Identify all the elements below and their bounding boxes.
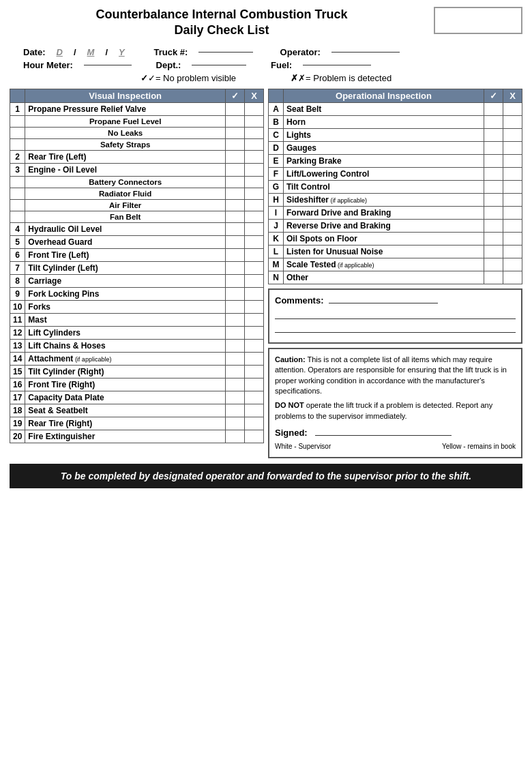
- vi-x-cell[interactable]: [245, 261, 264, 274]
- vi-x-cell[interactable]: [245, 378, 264, 391]
- hour-meter-field[interactable]: [84, 65, 132, 65]
- oi-x-cell[interactable]: [503, 102, 522, 115]
- vi-row-name: Mast: [25, 313, 226, 326]
- vi-x-cell[interactable]: [245, 287, 264, 300]
- oi-x-cell[interactable]: [503, 154, 522, 167]
- vi-check-cell[interactable]: [226, 339, 245, 352]
- oi-check-cell[interactable]: [484, 102, 503, 115]
- vi-x-cell[interactable]: [245, 222, 264, 235]
- vi-check-cell[interactable]: [226, 274, 245, 287]
- oi-x-cell[interactable]: [503, 206, 522, 219]
- vi-row: 2Rear Tire (Left): [10, 150, 264, 163]
- oi-x-cell[interactable]: [503, 258, 522, 271]
- oi-x-cell[interactable]: [503, 141, 522, 154]
- vi-check-cell[interactable]: [226, 378, 245, 391]
- oi-check-cell[interactable]: [484, 206, 503, 219]
- vi-row-num: 8: [10, 274, 25, 287]
- vi-check-cell[interactable]: [226, 300, 245, 313]
- vi-check-cell[interactable]: [226, 235, 245, 248]
- vi-row: 8Carriage: [10, 274, 264, 287]
- oi-row-name: Reverse Drive and Braking: [284, 219, 484, 232]
- vi-check-cell[interactable]: [226, 326, 245, 339]
- vi-check-cell[interactable]: [226, 102, 245, 115]
- vi-check-cell[interactable]: [226, 138, 245, 150]
- vi-x-cell[interactable]: [245, 430, 264, 443]
- vi-check-cell[interactable]: [226, 417, 245, 430]
- vi-row: Propane Fuel Level: [10, 115, 264, 127]
- vi-x-cell[interactable]: [245, 115, 264, 127]
- oi-check-cell[interactable]: [484, 193, 503, 206]
- oi-check-cell[interactable]: [484, 167, 503, 180]
- vi-check-cell[interactable]: [226, 313, 245, 326]
- vi-check-cell[interactable]: [226, 404, 245, 417]
- vi-x-cell[interactable]: [245, 352, 264, 365]
- oi-row-name: Parking Brake: [284, 154, 484, 167]
- vi-check-cell[interactable]: [226, 248, 245, 261]
- oi-check-cell[interactable]: [484, 115, 503, 128]
- vi-x-cell[interactable]: [245, 365, 264, 378]
- signed-field[interactable]: [315, 435, 452, 436]
- truck-field[interactable]: [198, 52, 253, 53]
- vi-x-cell[interactable]: [245, 188, 264, 199]
- vi-check-cell[interactable]: [226, 150, 245, 163]
- comments-line-2[interactable]: [275, 323, 516, 333]
- vi-check-cell[interactable]: [226, 352, 245, 365]
- vi-check-cell[interactable]: [226, 199, 245, 211]
- oi-check-cell[interactable]: [484, 219, 503, 232]
- oi-check-cell[interactable]: [484, 258, 503, 271]
- oi-check-cell[interactable]: [484, 232, 503, 245]
- vi-check-cell[interactable]: [226, 261, 245, 274]
- vi-check-cell[interactable]: [226, 430, 245, 443]
- vi-x-cell[interactable]: [245, 339, 264, 352]
- dept-field[interactable]: [192, 65, 246, 65]
- oi-x-cell[interactable]: [503, 219, 522, 232]
- oi-check-cell[interactable]: [484, 141, 503, 154]
- vi-x-cell[interactable]: [245, 235, 264, 248]
- oi-title: Operational Inspection: [284, 89, 484, 102]
- vi-x-cell[interactable]: [245, 391, 264, 404]
- oi-x-cell[interactable]: [503, 193, 522, 206]
- oi-check-cell[interactable]: [484, 271, 503, 284]
- vi-x-cell[interactable]: [245, 417, 264, 430]
- vi-x-cell[interactable]: [245, 248, 264, 261]
- vi-check-cell[interactable]: [226, 211, 245, 222]
- oi-x-cell[interactable]: [503, 271, 522, 284]
- oi-check-cell[interactable]: [484, 180, 503, 193]
- operator-field[interactable]: [331, 52, 400, 53]
- vi-x-cell[interactable]: [245, 404, 264, 417]
- vi-check-cell[interactable]: [226, 163, 245, 176]
- fuel-field[interactable]: [303, 65, 371, 65]
- vi-x-cell[interactable]: [245, 199, 264, 211]
- vi-row-num: [10, 127, 25, 138]
- vi-x-cell[interactable]: [245, 211, 264, 222]
- oi-check-cell[interactable]: [484, 154, 503, 167]
- vi-check-cell[interactable]: [226, 127, 245, 138]
- vi-check-cell[interactable]: [226, 115, 245, 127]
- vi-x-cell[interactable]: [245, 176, 264, 188]
- oi-x-cell[interactable]: [503, 167, 522, 180]
- vi-check-cell[interactable]: [226, 391, 245, 404]
- vi-x-cell[interactable]: [245, 326, 264, 339]
- vi-check-cell[interactable]: [226, 365, 245, 378]
- oi-check-cell[interactable]: [484, 245, 503, 258]
- vi-check-cell[interactable]: [226, 287, 245, 300]
- oi-check-cell[interactable]: [484, 128, 503, 141]
- comments-line-1[interactable]: [275, 310, 516, 319]
- vi-x-cell[interactable]: [245, 138, 264, 150]
- vi-check-cell[interactable]: [226, 188, 245, 199]
- yellow-copy: Yellow - remains in book: [442, 442, 516, 451]
- oi-x-cell[interactable]: [503, 180, 522, 193]
- oi-x-cell[interactable]: [503, 128, 522, 141]
- vi-x-cell[interactable]: [245, 102, 264, 115]
- vi-x-cell[interactable]: [245, 313, 264, 326]
- oi-x-cell[interactable]: [503, 245, 522, 258]
- vi-x-cell[interactable]: [245, 127, 264, 138]
- vi-x-cell[interactable]: [245, 274, 264, 287]
- vi-x-cell[interactable]: [245, 300, 264, 313]
- vi-x-cell[interactable]: [245, 150, 264, 163]
- vi-x-cell[interactable]: [245, 163, 264, 176]
- oi-x-cell[interactable]: [503, 232, 522, 245]
- vi-check-cell[interactable]: [226, 176, 245, 188]
- oi-x-cell[interactable]: [503, 115, 522, 128]
- vi-check-cell[interactable]: [226, 222, 245, 235]
